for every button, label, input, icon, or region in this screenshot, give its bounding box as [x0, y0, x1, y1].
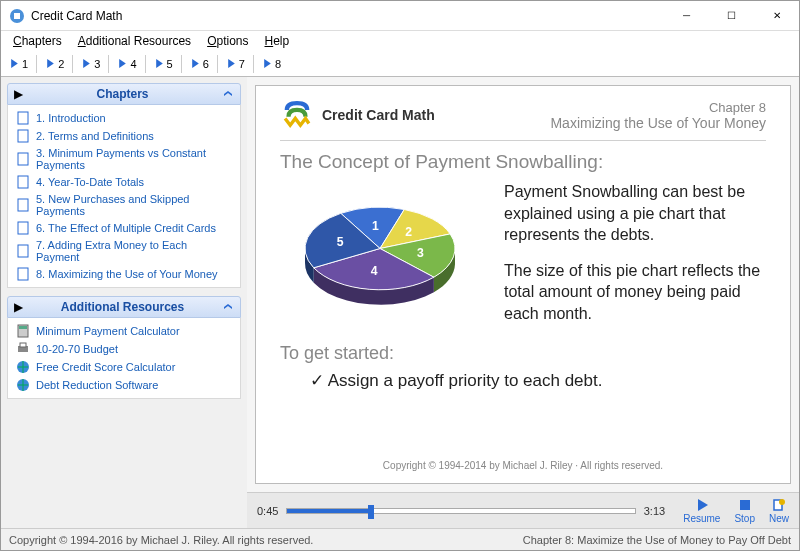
minimize-button[interactable]: ─: [664, 1, 709, 30]
slide-body: 12345 Payment Snowballing can best be ex…: [280, 181, 766, 339]
slide-header: Credit Card Math Chapter 8 Maximizing th…: [280, 98, 766, 141]
toolbar-chapter-8[interactable]: 8: [258, 56, 285, 72]
toolbar-chapter-5[interactable]: 5: [150, 56, 177, 72]
page-icon: [16, 175, 30, 189]
separator: [108, 55, 109, 73]
svg-rect-4: [18, 176, 28, 188]
player-bar: 0:45 3:13 Resume Stop New: [247, 492, 799, 528]
time-total: 3:13: [644, 505, 665, 517]
new-icon: [772, 498, 786, 512]
page-icon: [16, 129, 30, 143]
toolbar-chapter-1[interactable]: 1: [5, 56, 32, 72]
resources-panel-header[interactable]: ▶ Additional Resources: [7, 296, 241, 318]
resource-credit-score[interactable]: Free Credit Score Calculator: [10, 358, 238, 376]
toolbar-chapter-2[interactable]: 2: [41, 56, 68, 72]
globe-icon: [16, 378, 30, 392]
titlebar: Credit Card Math ─ ☐ ✕: [1, 1, 799, 31]
svg-rect-2: [18, 130, 28, 142]
svg-rect-10: [19, 326, 27, 329]
maximize-button[interactable]: ☐: [709, 1, 754, 30]
slide: Credit Card Math Chapter 8 Maximizing th…: [255, 85, 791, 484]
svg-point-22: [779, 499, 785, 505]
resource-debt-reduction[interactable]: Debt Reduction Software: [10, 376, 238, 394]
stop-button[interactable]: Stop: [734, 498, 755, 524]
status-left: Copyright © 1994-2016 by Michael J. Rile…: [9, 534, 313, 546]
separator: [253, 55, 254, 73]
chapter-item-7[interactable]: 7. Adding Extra Money to Each Payment: [10, 237, 238, 265]
svg-rect-20: [740, 500, 750, 510]
resource-min-payment-calc[interactable]: Minimum Payment Calculator: [10, 322, 238, 340]
svg-text:2: 2: [405, 225, 412, 239]
explanation-text: Payment Snowballing can best be explaine…: [504, 181, 766, 339]
chapter-item-6[interactable]: 6. The Effect of Multiple Credit Cards: [10, 219, 238, 237]
chapters-panel: 1. Introduction 2. Terms and Definitions…: [7, 105, 241, 288]
svg-text:3: 3: [417, 246, 424, 260]
printer-icon: [16, 342, 30, 356]
svg-text:1: 1: [372, 219, 379, 233]
get-started-heading: To get started:: [280, 343, 766, 364]
chapter-item-5[interactable]: 5. New Purchases and Skipped Payments: [10, 191, 238, 219]
page-icon: [16, 221, 30, 235]
expand-icon: ▶: [14, 87, 23, 101]
svg-rect-6: [18, 222, 28, 234]
toolbar-chapter-4[interactable]: 4: [113, 56, 140, 72]
svg-rect-8: [18, 268, 28, 280]
sidebar: ▶ Chapters 1. Introduction 2. Terms and …: [1, 77, 247, 528]
menu-resources[interactable]: Additional Resources: [70, 32, 199, 50]
toolbar-chapter-7[interactable]: 7: [222, 56, 249, 72]
page-icon: [16, 267, 30, 281]
chevron-up-icon: [222, 301, 234, 313]
menu-chapters[interactable]: Chapters: [5, 32, 70, 50]
svg-rect-1: [18, 112, 28, 124]
separator: [217, 55, 218, 73]
chapter-item-4[interactable]: 4. Year-To-Date Totals: [10, 173, 238, 191]
separator: [181, 55, 182, 73]
globe-icon: [16, 360, 30, 374]
menu-options[interactable]: Options: [199, 32, 256, 50]
play-icon: [695, 498, 709, 512]
expand-icon: ▶: [14, 300, 23, 314]
slide-chapter-title: Chapter 8 Maximizing the Use of Your Mon…: [550, 100, 766, 131]
brand: Credit Card Math: [280, 98, 435, 132]
chevron-up-icon: [222, 88, 234, 100]
resources-panel: Minimum Payment Calculator 10-20-70 Budg…: [7, 318, 241, 399]
menubar: Chapters Additional Resources Options He…: [1, 31, 799, 51]
slide-copyright: Copyright © 1994-2014 by Michael J. Rile…: [280, 460, 766, 471]
page-icon: [16, 198, 30, 212]
resources-header-label: Additional Resources: [61, 300, 184, 314]
page-icon: [16, 111, 30, 125]
chapter-item-1[interactable]: 1. Introduction: [10, 109, 238, 127]
svg-rect-5: [18, 199, 28, 211]
svg-text:5: 5: [337, 235, 344, 249]
chapter-item-8[interactable]: 8. Maximizing the Use of Your Money: [10, 265, 238, 283]
svg-rect-3: [18, 153, 28, 165]
svg-text:4: 4: [371, 264, 378, 278]
close-button[interactable]: ✕: [754, 1, 799, 30]
progress-slider[interactable]: [286, 508, 635, 514]
chapter-item-2[interactable]: 2. Terms and Definitions: [10, 127, 238, 145]
svg-rect-7: [18, 245, 28, 257]
brand-name: Credit Card Math: [322, 107, 435, 123]
statusbar: Copyright © 1994-2016 by Michael J. Rile…: [1, 528, 799, 550]
stop-icon: [738, 498, 752, 512]
concept-heading: The Concept of Payment Snowballing:: [280, 151, 766, 173]
app-logo-icon: [280, 98, 314, 132]
chapters-panel-header[interactable]: ▶ Chapters: [7, 83, 241, 105]
resource-budget[interactable]: 10-20-70 Budget: [10, 340, 238, 358]
svg-rect-12: [20, 343, 26, 347]
chapter-item-3[interactable]: 3. Minimum Payments vs Constant Payments: [10, 145, 238, 173]
separator: [36, 55, 37, 73]
toolbar-chapter-6[interactable]: 6: [186, 56, 213, 72]
toolbar-chapter-3[interactable]: 3: [77, 56, 104, 72]
page-icon: [16, 152, 30, 166]
page-icon: [16, 244, 30, 258]
content-area: Credit Card Math Chapter 8 Maximizing th…: [247, 77, 799, 528]
resume-button[interactable]: Resume: [683, 498, 720, 524]
menu-help[interactable]: Help: [257, 32, 298, 50]
calculator-icon: [16, 324, 30, 338]
time-elapsed: 0:45: [257, 505, 278, 517]
new-button[interactable]: New: [769, 498, 789, 524]
app-icon: [9, 8, 25, 24]
separator: [72, 55, 73, 73]
status-right: Chapter 8: Maximize the Use of Money to …: [523, 534, 791, 546]
